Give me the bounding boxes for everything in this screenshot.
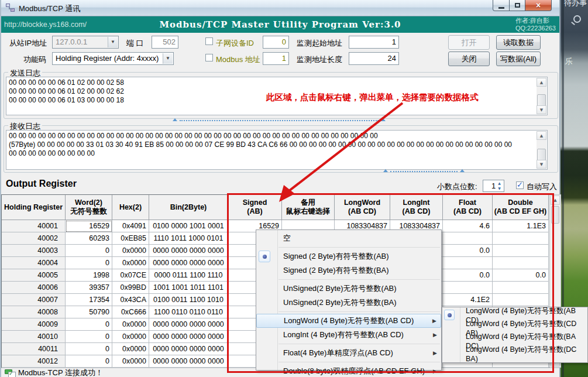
menu-item[interactable]: Float(4 Byte)单精度浮点(AB CD)▶: [256, 346, 441, 360]
register-address-cell[interactable]: 40004: [2, 257, 66, 269]
register-value-cell[interactable]: 0000 0111 1100 1110: [149, 269, 228, 282]
column-header[interactable]: LongInt(AB CD): [390, 195, 443, 220]
register-value-cell[interactable]: 0xEB85: [112, 232, 149, 245]
register-value-cell[interactable]: 0x07CE: [112, 269, 149, 282]
search-icon[interactable]: [573, 15, 581, 23]
register-value-cell[interactable]: 0.0: [443, 245, 493, 257]
send-log-splitter[interactable]: [180, 120, 379, 124]
close-connection-button[interactable]: 关闭: [448, 52, 490, 66]
register-value-cell[interactable]: [493, 294, 549, 306]
menu-item[interactable]: Signed (2 Byte)有符号整数(BA): [256, 263, 441, 277]
register-value-cell[interactable]: 0000 0000 0000 0000: [149, 257, 228, 269]
column-header[interactable]: Bin(2Byte): [149, 195, 228, 220]
register-address-cell[interactable]: 40010: [2, 331, 66, 343]
auto-write-checkbox[interactable]: [516, 181, 524, 189]
register-value-cell[interactable]: 1.1E3: [493, 220, 549, 232]
register-value-cell[interactable]: 0: [66, 318, 112, 331]
register-value-cell[interactable]: 0x0000: [112, 257, 149, 269]
scroll-down-icon[interactable]: ▼: [537, 105, 546, 114]
scroll-down-icon[interactable]: ▼: [537, 160, 546, 169]
register-value-cell[interactable]: [493, 257, 549, 269]
register-address-cell[interactable]: 40006: [2, 282, 66, 294]
register-value-cell[interactable]: [493, 245, 549, 257]
send-log-scrollbar[interactable]: ▲ ▼: [537, 78, 546, 114]
register-value-cell[interactable]: 0: [66, 245, 112, 257]
minimize-button[interactable]: [493, 0, 510, 11]
register-value-cell[interactable]: 1110 1011 1000 0101: [149, 232, 228, 245]
register-value-cell[interactable]: 0100 0011 1100 1010: [149, 294, 228, 306]
register-value-cell[interactable]: [443, 282, 493, 294]
register-value-cell[interactable]: 0x0000: [112, 245, 149, 257]
register-value-cell[interactable]: 60293: [66, 232, 112, 245]
modbus-address-input[interactable]: 1: [263, 52, 289, 65]
subnet-id-input[interactable]: 0: [263, 36, 289, 49]
register-value-cell[interactable]: 0000 0000 0000 0000: [149, 245, 228, 257]
register-value-cell[interactable]: 0000 0000 0000 0000: [149, 343, 228, 355]
register-value-cell[interactable]: [493, 282, 549, 294]
register-value-cell[interactable]: [493, 232, 549, 245]
function-code-combobox[interactable]: Holding Register (Addr: 4xxxx)▼: [52, 52, 174, 65]
register-address-cell[interactable]: 40008: [2, 306, 66, 318]
register-value-cell[interactable]: 16529: [66, 220, 112, 232]
close-button[interactable]: ×: [525, 0, 552, 11]
column-header[interactable]: Double(AB CD EF GH): [493, 195, 549, 220]
address-length-input[interactable]: 24: [349, 52, 399, 65]
dropdown-arrow-icon[interactable]: ▼: [108, 37, 118, 47]
write-data-button[interactable]: 写数据(All): [496, 52, 541, 66]
start-address-input[interactable]: 1: [349, 36, 399, 49]
open-button[interactable]: 打开: [448, 35, 490, 50]
register-value-cell[interactable]: [443, 257, 493, 269]
register-value-cell[interactable]: 0000 0000 0000 0000: [149, 331, 228, 343]
column-header[interactable]: Float(AB CD): [443, 195, 493, 220]
register-value-cell[interactable]: 1001 1001 1011 1101: [149, 282, 228, 294]
column-header[interactable]: Holding Register: [2, 195, 66, 220]
column-header[interactable]: Word(2)无符号整数: [66, 195, 112, 220]
register-value-cell[interactable]: 0100 0000 1001 0001: [149, 220, 228, 232]
register-value-cell[interactable]: 1998: [66, 269, 112, 282]
menu-item[interactable]: LongWord (4 Byte)无符号整数(AB CD)▶: [256, 314, 441, 328]
recv-log-memo[interactable]: 00 00 00 00 00 00 00 00 00 00 00 00 00 0…: [6, 130, 548, 170]
recv-log-scrollbar[interactable]: ▲ ▼: [537, 131, 546, 169]
register-value-cell[interactable]: 0x4091: [112, 220, 149, 232]
register-address-cell[interactable]: 40002: [2, 232, 66, 245]
register-value-cell[interactable]: 0x0000: [112, 355, 149, 368]
register-value-cell[interactable]: 0000 0000 0000 0000: [149, 318, 228, 331]
register-value-cell[interactable]: 0: [66, 343, 112, 355]
menu-item[interactable]: 空: [256, 231, 441, 245]
submenu-item[interactable]: LongWord (4 Byte)无符号整数(DC BA): [442, 347, 587, 360]
register-value-cell[interactable]: 4.1E2: [443, 294, 493, 306]
scroll-up-icon[interactable]: ▲: [537, 78, 546, 87]
register-address-cell[interactable]: 40009: [2, 318, 66, 331]
register-value-cell[interactable]: 50790: [66, 306, 112, 318]
scrollbar-thumb[interactable]: [551, 206, 559, 224]
menu-item[interactable]: Double(8 byte)双精度浮点(AB CD EF GH)▶: [256, 364, 441, 377]
register-address-cell[interactable]: 40007: [2, 294, 66, 306]
port-input[interactable]: 502: [152, 36, 178, 49]
register-value-cell[interactable]: 1100 0110 0110 0110: [149, 306, 228, 318]
register-value-cell[interactable]: 0x0000: [112, 318, 149, 331]
recv-log-splitter[interactable]: [390, 171, 458, 174]
column-header[interactable]: LongWord(AB CD): [335, 195, 390, 220]
register-address-cell[interactable]: 40005: [2, 269, 66, 282]
register-value-cell[interactable]: 0: [66, 355, 112, 368]
maximize-button[interactable]: [510, 0, 525, 11]
menu-item[interactable]: UnSigned(2 Byte)无符号整数(AB): [256, 282, 441, 296]
ip-combobox[interactable]: 127.0.0.1▼: [52, 36, 119, 49]
column-header[interactable]: Hex(2): [112, 195, 149, 220]
subnet-id-checkbox[interactable]: [205, 37, 213, 45]
register-value-cell[interactable]: 0x0000: [112, 331, 149, 343]
register-address-cell[interactable]: 40001: [2, 220, 66, 232]
register-value-cell[interactable]: 0: [66, 257, 112, 269]
register-value-cell[interactable]: 17354: [66, 294, 112, 306]
menu-item[interactable]: Signed (2 Byte)有符号整数(AB): [256, 249, 441, 263]
register-value-cell[interactable]: 0.0: [493, 269, 549, 282]
spinner-arrows-icon[interactable]: ▲▼: [496, 180, 503, 191]
dropdown-arrow-icon[interactable]: ▼: [163, 53, 173, 64]
register-address-cell[interactable]: 40003: [2, 245, 66, 257]
register-address-cell[interactable]: 40012: [2, 355, 66, 368]
scroll-up-icon[interactable]: ▲: [551, 196, 560, 205]
scroll-up-icon[interactable]: ▲: [537, 131, 546, 140]
register-address-cell[interactable]: 40011: [2, 343, 66, 355]
register-value-cell[interactable]: [443, 232, 493, 245]
register-value-cell[interactable]: 39357: [66, 282, 112, 294]
